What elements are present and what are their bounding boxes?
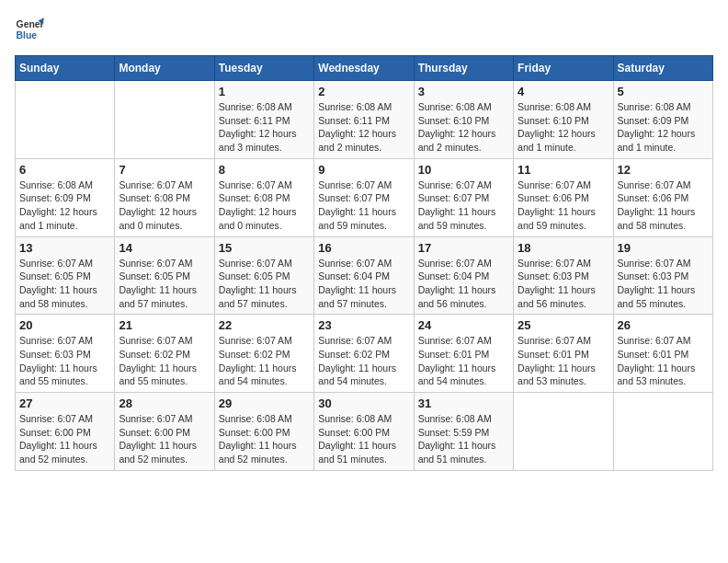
calendar-body: 1Sunrise: 6:08 AM Sunset: 6:11 PM Daylig… [16, 81, 713, 471]
calendar-cell: 8Sunrise: 6:07 AM Sunset: 6:08 PM Daylig… [214, 158, 313, 236]
calendar-cell [115, 81, 214, 159]
calendar-cell: 26Sunrise: 6:07 AM Sunset: 6:01 PM Dayli… [613, 315, 712, 393]
week-row-3: 20Sunrise: 6:07 AM Sunset: 6:03 PM Dayli… [16, 315, 713, 393]
day-info: Sunrise: 6:08 AM Sunset: 6:00 PM Dayligh… [318, 412, 409, 466]
calendar-cell: 31Sunrise: 6:08 AM Sunset: 5:59 PM Dayli… [414, 393, 513, 471]
header-cell-sunday: Sunday [16, 56, 115, 81]
calendar-cell: 3Sunrise: 6:08 AM Sunset: 6:10 PM Daylig… [414, 81, 513, 159]
day-info: Sunrise: 6:07 AM Sunset: 6:02 PM Dayligh… [219, 334, 310, 388]
calendar-cell: 16Sunrise: 6:07 AM Sunset: 6:04 PM Dayli… [314, 236, 414, 315]
day-number: 17 [418, 241, 509, 255]
day-info: Sunrise: 6:07 AM Sunset: 6:01 PM Dayligh… [518, 334, 609, 388]
day-number: 9 [318, 163, 409, 177]
day-number: 19 [618, 241, 709, 255]
day-info: Sunrise: 6:07 AM Sunset: 6:03 PM Dayligh… [19, 334, 110, 388]
calendar-cell: 10Sunrise: 6:07 AM Sunset: 6:07 PM Dayli… [414, 158, 513, 236]
calendar-cell: 23Sunrise: 6:07 AM Sunset: 6:02 PM Dayli… [314, 315, 414, 393]
week-row-4: 27Sunrise: 6:07 AM Sunset: 6:00 PM Dayli… [16, 393, 713, 471]
calendar-cell: 12Sunrise: 6:07 AM Sunset: 6:06 PM Dayli… [613, 158, 712, 236]
calendar-cell: 2Sunrise: 6:08 AM Sunset: 6:11 PM Daylig… [314, 81, 414, 159]
calendar-cell: 25Sunrise: 6:07 AM Sunset: 6:01 PM Dayli… [514, 315, 613, 393]
day-info: Sunrise: 6:07 AM Sunset: 6:00 PM Dayligh… [19, 412, 110, 466]
day-number: 14 [119, 241, 210, 255]
day-number: 4 [518, 85, 609, 98]
day-number: 30 [318, 396, 409, 410]
day-info: Sunrise: 6:07 AM Sunset: 6:03 PM Dayligh… [518, 257, 609, 311]
calendar-cell: 30Sunrise: 6:08 AM Sunset: 6:00 PM Dayli… [314, 393, 414, 471]
week-row-1: 6Sunrise: 6:08 AM Sunset: 6:09 PM Daylig… [16, 158, 713, 236]
day-number: 20 [19, 318, 110, 332]
day-info: Sunrise: 6:07 AM Sunset: 6:01 PM Dayligh… [618, 334, 709, 388]
day-info: Sunrise: 6:07 AM Sunset: 6:01 PM Dayligh… [418, 334, 509, 388]
day-number: 26 [618, 318, 709, 332]
week-row-0: 1Sunrise: 6:08 AM Sunset: 6:11 PM Daylig… [16, 81, 713, 159]
calendar-cell: 15Sunrise: 6:07 AM Sunset: 6:05 PM Dayli… [214, 236, 313, 315]
day-info: Sunrise: 6:07 AM Sunset: 6:04 PM Dayligh… [418, 257, 509, 311]
day-info: Sunrise: 6:08 AM Sunset: 6:09 PM Dayligh… [618, 100, 709, 155]
day-info: Sunrise: 6:08 AM Sunset: 6:10 PM Dayligh… [518, 100, 609, 155]
calendar-cell: 27Sunrise: 6:07 AM Sunset: 6:00 PM Dayli… [16, 393, 115, 471]
day-number: 21 [119, 318, 210, 332]
calendar-cell [613, 393, 712, 471]
calendar-cell: 6Sunrise: 6:08 AM Sunset: 6:09 PM Daylig… [16, 158, 115, 236]
day-info: Sunrise: 6:07 AM Sunset: 6:05 PM Dayligh… [19, 257, 110, 311]
day-number: 1 [219, 85, 310, 98]
day-info: Sunrise: 6:08 AM Sunset: 6:10 PM Dayligh… [418, 100, 509, 155]
day-info: Sunrise: 6:07 AM Sunset: 6:08 PM Dayligh… [219, 178, 310, 233]
header-cell-saturday: Saturday [613, 56, 712, 81]
day-number: 29 [219, 396, 310, 410]
calendar-cell [16, 81, 115, 159]
day-info: Sunrise: 6:08 AM Sunset: 6:00 PM Dayligh… [219, 412, 310, 466]
calendar-cell: 5Sunrise: 6:08 AM Sunset: 6:09 PM Daylig… [613, 81, 712, 159]
header-cell-monday: Monday [115, 56, 214, 81]
day-number: 23 [318, 318, 409, 332]
header-cell-friday: Friday [514, 56, 613, 81]
day-info: Sunrise: 6:07 AM Sunset: 6:06 PM Dayligh… [618, 178, 709, 233]
day-info: Sunrise: 6:08 AM Sunset: 6:09 PM Dayligh… [19, 178, 110, 233]
calendar-cell: 11Sunrise: 6:07 AM Sunset: 6:06 PM Dayli… [514, 158, 613, 236]
day-number: 13 [19, 241, 110, 255]
calendar-cell: 20Sunrise: 6:07 AM Sunset: 6:03 PM Dayli… [16, 315, 115, 393]
calendar-cell: 28Sunrise: 6:07 AM Sunset: 6:00 PM Dayli… [115, 393, 214, 471]
page-header: General Blue [15, 15, 713, 44]
calendar-cell: 9Sunrise: 6:07 AM Sunset: 6:07 PM Daylig… [314, 158, 414, 236]
day-number: 10 [418, 163, 509, 177]
day-info: Sunrise: 6:07 AM Sunset: 6:00 PM Dayligh… [119, 412, 210, 466]
day-number: 7 [119, 163, 210, 177]
day-info: Sunrise: 6:07 AM Sunset: 6:05 PM Dayligh… [219, 257, 310, 311]
calendar-cell: 1Sunrise: 6:08 AM Sunset: 6:11 PM Daylig… [214, 81, 313, 159]
day-info: Sunrise: 6:07 AM Sunset: 6:07 PM Dayligh… [418, 178, 509, 233]
day-info: Sunrise: 6:07 AM Sunset: 6:08 PM Dayligh… [119, 178, 210, 233]
day-info: Sunrise: 6:07 AM Sunset: 6:02 PM Dayligh… [119, 334, 210, 388]
day-info: Sunrise: 6:07 AM Sunset: 6:02 PM Dayligh… [318, 334, 409, 388]
logo: General Blue [15, 15, 44, 44]
day-number: 2 [318, 85, 409, 98]
calendar-cell: 22Sunrise: 6:07 AM Sunset: 6:02 PM Dayli… [214, 315, 313, 393]
day-info: Sunrise: 6:07 AM Sunset: 6:06 PM Dayligh… [518, 178, 609, 233]
day-info: Sunrise: 6:08 AM Sunset: 5:59 PM Dayligh… [418, 412, 509, 466]
header-row: SundayMondayTuesdayWednesdayThursdayFrid… [16, 56, 713, 81]
week-row-2: 13Sunrise: 6:07 AM Sunset: 6:05 PM Dayli… [16, 236, 713, 315]
day-number: 11 [518, 163, 609, 177]
calendar-cell [514, 393, 613, 471]
day-number: 12 [618, 163, 709, 177]
calendar-header: SundayMondayTuesdayWednesdayThursdayFrid… [16, 56, 713, 81]
day-info: Sunrise: 6:07 AM Sunset: 6:05 PM Dayligh… [119, 257, 210, 311]
header-cell-wednesday: Wednesday [314, 56, 414, 81]
svg-text:Blue: Blue [17, 30, 38, 40]
day-number: 31 [418, 396, 509, 410]
calendar-cell: 21Sunrise: 6:07 AM Sunset: 6:02 PM Dayli… [115, 315, 214, 393]
day-info: Sunrise: 6:07 AM Sunset: 6:07 PM Dayligh… [318, 178, 409, 233]
calendar-cell: 24Sunrise: 6:07 AM Sunset: 6:01 PM Dayli… [414, 315, 513, 393]
day-number: 22 [219, 318, 310, 332]
calendar-cell: 17Sunrise: 6:07 AM Sunset: 6:04 PM Dayli… [414, 236, 513, 315]
header-cell-thursday: Thursday [414, 56, 513, 81]
day-info: Sunrise: 6:08 AM Sunset: 6:11 PM Dayligh… [219, 100, 310, 155]
day-number: 25 [518, 318, 609, 332]
calendar-cell: 19Sunrise: 6:07 AM Sunset: 6:03 PM Dayli… [613, 236, 712, 315]
calendar-cell: 7Sunrise: 6:07 AM Sunset: 6:08 PM Daylig… [115, 158, 214, 236]
day-number: 18 [518, 241, 609, 255]
calendar-cell: 18Sunrise: 6:07 AM Sunset: 6:03 PM Dayli… [514, 236, 613, 315]
calendar-cell: 14Sunrise: 6:07 AM Sunset: 6:05 PM Dayli… [115, 236, 214, 315]
day-number: 5 [618, 85, 709, 98]
